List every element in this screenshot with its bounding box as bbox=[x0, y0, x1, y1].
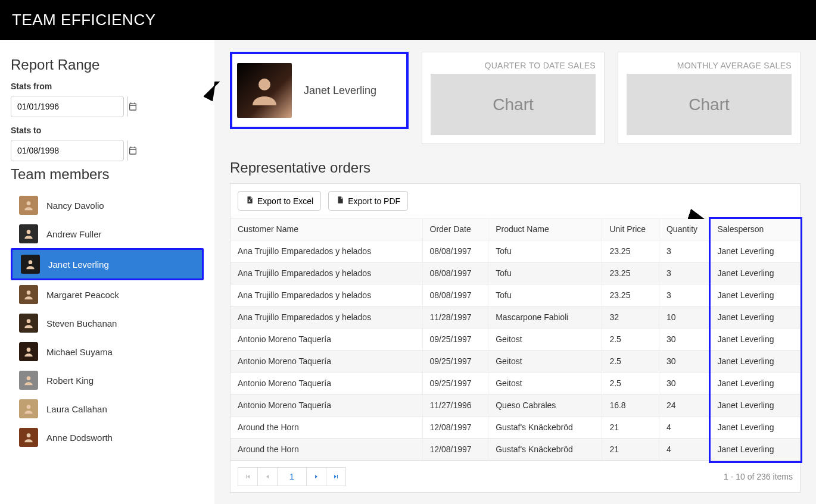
cell-qty: 10 bbox=[659, 306, 710, 328]
cell-qty: 4 bbox=[659, 439, 710, 461]
team-member-item[interactable]: Nancy Davolio bbox=[11, 191, 204, 220]
export-pdf-label: Export to PDF bbox=[348, 196, 400, 206]
calendar-icon[interactable] bbox=[127, 96, 138, 117]
orders-grid: Export to Excel Export to PDF Customer N… bbox=[230, 183, 801, 493]
cell-product: Tofu bbox=[488, 240, 602, 262]
team-member-name: Michael Suyama bbox=[46, 347, 113, 357]
col-unit-price[interactable]: Unit Price bbox=[602, 218, 659, 240]
cell-date: 08/08/1997 bbox=[422, 284, 488, 306]
team-member-name: Nancy Davolio bbox=[46, 201, 104, 211]
team-member-item[interactable]: Anne Dodsworth bbox=[11, 423, 204, 452]
stats-from-input[interactable] bbox=[11, 96, 124, 117]
team-member-name: Anne Dodsworth bbox=[46, 433, 113, 443]
pager-first-button[interactable] bbox=[238, 467, 258, 486]
team-member-name: Laura Callahan bbox=[46, 404, 107, 414]
col-customer-name[interactable]: Customer Name bbox=[231, 218, 422, 240]
cell-product: Gustaf's Knäckebröd bbox=[488, 439, 602, 461]
cell-price: 2.5 bbox=[602, 350, 659, 372]
cell-customer: Around the Horn bbox=[231, 439, 422, 461]
stats-to-input[interactable] bbox=[11, 140, 124, 161]
excel-icon bbox=[245, 196, 254, 206]
cell-product: Geitost bbox=[488, 350, 602, 372]
cell-sales: Janet Leverling bbox=[710, 417, 800, 439]
pager-next-button[interactable] bbox=[306, 467, 326, 486]
stat-card-monthly: MONTHLY AVERAGE SALES Chart bbox=[618, 52, 801, 144]
table-row[interactable]: Around the Horn12/08/1997Gustaf's Knäcke… bbox=[231, 417, 800, 439]
team-member-name: Margaret Peacock bbox=[46, 290, 119, 300]
cell-price: 21 bbox=[602, 439, 659, 461]
col-product-name[interactable]: Product Name bbox=[488, 218, 602, 240]
stat-title: MONTHLY AVERAGE SALES bbox=[627, 61, 792, 70]
table-row[interactable]: Ana Trujillo Emparedados y helados08/08/… bbox=[231, 240, 800, 262]
cell-product: Mascarpone Fabioli bbox=[488, 306, 602, 328]
app-title: TEAM EFFICIENCY bbox=[12, 11, 804, 29]
stats-from-label: Stats from bbox=[11, 82, 204, 91]
svg-point-4 bbox=[27, 319, 31, 323]
table-row[interactable]: Antonio Moreno Taquería11/27/1996Queso C… bbox=[231, 395, 800, 417]
svg-point-5 bbox=[27, 348, 31, 352]
calendar-icon[interactable] bbox=[127, 140, 138, 161]
table-row[interactable]: Ana Trujillo Emparedados y helados08/08/… bbox=[231, 284, 800, 306]
table-row[interactable]: Ana Trujillo Emparedados y helados08/08/… bbox=[231, 262, 800, 284]
cell-customer: Antonio Moreno Taquería bbox=[231, 372, 422, 395]
cell-sales: Janet Leverling bbox=[710, 306, 800, 328]
pager-prev-button[interactable] bbox=[257, 467, 278, 486]
team-member-name: Janet Leverling bbox=[48, 259, 109, 270]
cell-customer: Ana Trujillo Emparedados y helados bbox=[231, 240, 422, 262]
cell-price: 23.25 bbox=[602, 262, 659, 284]
cell-qty: 24 bbox=[659, 395, 710, 417]
team-member-item[interactable]: Laura Callahan bbox=[11, 395, 204, 423]
cell-customer: Antonio Moreno Taquería bbox=[231, 350, 422, 372]
app-header: TEAM EFFICIENCY bbox=[0, 0, 816, 40]
avatar bbox=[19, 428, 38, 447]
cell-date: 08/08/1997 bbox=[422, 240, 488, 262]
team-member-name: Robert King bbox=[46, 375, 94, 386]
cell-sales: Janet Leverling bbox=[710, 372, 800, 395]
representative-name: Janet Leverling bbox=[304, 84, 376, 97]
pager-last-button[interactable] bbox=[326, 467, 346, 486]
stats-to-field[interactable] bbox=[11, 140, 127, 161]
team-member-item[interactable]: Michael Suyama bbox=[11, 337, 204, 366]
stat-title: QUARTER TO DATE SALES bbox=[431, 61, 596, 70]
export-excel-label: Export to Excel bbox=[257, 196, 313, 206]
table-row[interactable]: Ana Trujillo Emparedados y helados11/28/… bbox=[231, 306, 800, 328]
stats-to-label: Stats to bbox=[11, 126, 204, 135]
pager: 1 1 - 10 of 236 items bbox=[231, 461, 800, 492]
export-excel-button[interactable]: Export to Excel bbox=[238, 191, 321, 211]
cell-product: Geitost bbox=[488, 372, 602, 395]
team-member-item[interactable]: Andrew Fuller bbox=[11, 220, 204, 248]
cell-price: 16.8 bbox=[602, 395, 659, 417]
cell-product: Queso Cabrales bbox=[488, 395, 602, 417]
export-pdf-button[interactable]: Export to PDF bbox=[328, 191, 408, 211]
pager-page-number[interactable]: 1 bbox=[277, 467, 307, 486]
table-row[interactable]: Antonio Moreno Taquería09/25/1997Geitost… bbox=[231, 328, 800, 350]
sidebar: Report Range Stats from Stats to Team me… bbox=[0, 40, 214, 504]
team-member-item[interactable]: Steven Buchanan bbox=[11, 309, 204, 337]
cell-sales: Janet Leverling bbox=[710, 240, 800, 262]
col-quantity[interactable]: Quantity bbox=[659, 218, 710, 240]
cell-date: 11/27/1996 bbox=[422, 395, 488, 417]
table-row[interactable]: Around the Horn12/08/1997Gustaf's Knäcke… bbox=[231, 439, 800, 461]
col-salesperson[interactable]: Salesperson bbox=[710, 218, 800, 240]
team-member-item[interactable]: Janet Leverling bbox=[11, 248, 204, 280]
table-row[interactable]: Antonio Moreno Taquería09/25/1997Geitost… bbox=[231, 372, 800, 395]
stat-card-quarter: QUARTER TO DATE SALES Chart bbox=[422, 52, 605, 144]
cell-date: 09/25/1997 bbox=[422, 350, 488, 372]
chart-placeholder: Chart bbox=[627, 74, 792, 135]
stats-from-field[interactable] bbox=[11, 96, 127, 117]
avatar bbox=[19, 224, 38, 243]
avatar bbox=[19, 196, 38, 215]
avatar bbox=[19, 399, 38, 418]
cell-date: 12/08/1997 bbox=[422, 439, 488, 461]
cell-qty: 30 bbox=[659, 372, 710, 395]
report-range-heading: Report Range bbox=[11, 57, 204, 73]
svg-point-2 bbox=[29, 260, 33, 264]
team-member-item[interactable]: Margaret Peacock bbox=[11, 280, 204, 309]
grid-toolbar: Export to Excel Export to PDF bbox=[231, 184, 800, 218]
svg-point-3 bbox=[27, 290, 31, 295]
svg-point-7 bbox=[27, 405, 31, 409]
col-order-date[interactable]: Order Date bbox=[422, 218, 488, 240]
table-row[interactable]: Antonio Moreno Taquería09/25/1997Geitost… bbox=[231, 350, 800, 372]
team-list: Nancy DavolioAndrew FullerJanet Leverlin… bbox=[11, 191, 204, 452]
team-member-item[interactable]: Robert King bbox=[11, 366, 204, 395]
